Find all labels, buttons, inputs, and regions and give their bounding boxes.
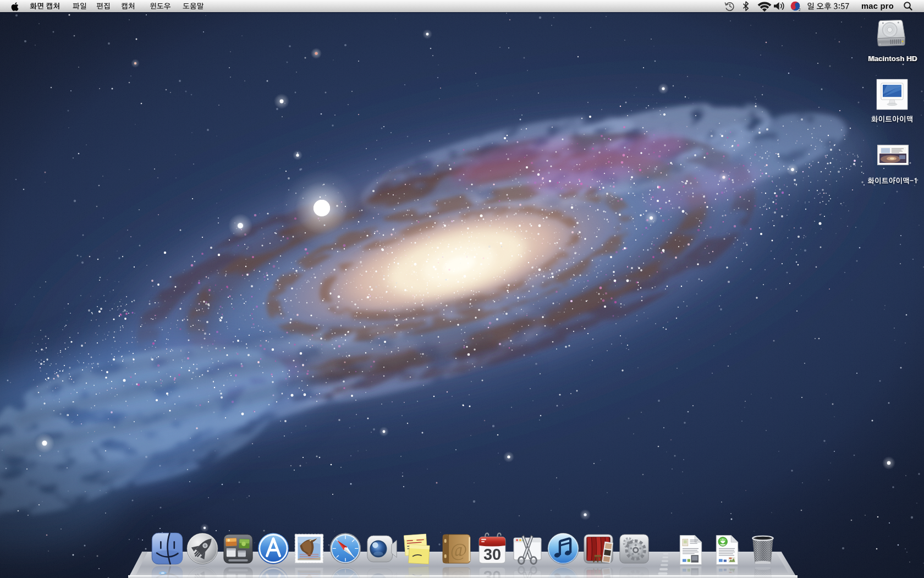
svg-text:mac pro: mac pro (861, 2, 894, 10)
svg-text:2: 2 (799, 8, 801, 12)
